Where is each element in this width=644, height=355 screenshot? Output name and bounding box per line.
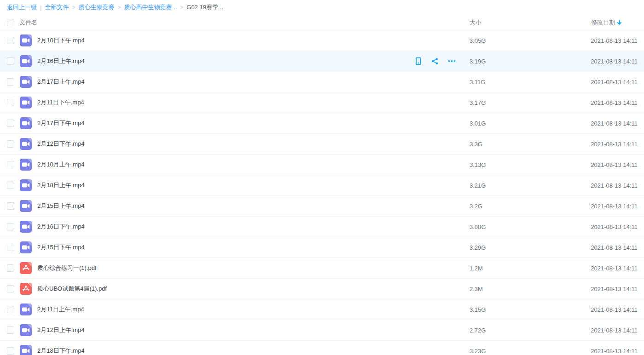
table-row[interactable]: 2月11日下午.mp4 3.17G 2021-08-13 14:11 [0, 92, 644, 113]
table-row[interactable]: 2月10日下午.mp4 3.05G 2021-08-13 14:11 [0, 30, 644, 51]
file-modified: 2021-08-13 14:11 [591, 182, 638, 189]
pdf-file-icon [20, 283, 32, 295]
file-name[interactable]: 2月18日下午.mp4 [37, 347, 85, 355]
video-file-icon [20, 324, 32, 336]
row-checkbox[interactable] [7, 140, 14, 148]
table-row[interactable]: 2月18日下午.mp4 3.23G 2021-08-13 14:11 [0, 341, 644, 355]
file-list: 2月10日下午.mp4 3.05G 2021-08-13 14:11 2月16日… [0, 30, 644, 355]
file-size: 3.08G [470, 223, 486, 230]
file-name[interactable]: 2月15日上午.mp4 [37, 202, 85, 210]
file-name[interactable]: 2月12日上午.mp4 [37, 326, 85, 334]
file-modified: 2021-08-13 14:11 [591, 79, 638, 86]
row-checkbox[interactable] [7, 306, 14, 313]
row-checkbox[interactable] [7, 161, 14, 168]
file-modified: 2021-08-13 14:11 [591, 327, 638, 334]
table-row[interactable]: 2月12日上午.mp4 2.72G 2021-08-13 14:11 [0, 320, 644, 341]
table-row[interactable]: 2月11日上午.mp4 3.15G 2021-08-13 14:11 [0, 299, 644, 320]
file-modified: 2021-08-13 14:11 [591, 265, 638, 272]
file-name[interactable]: 2月10月上午.mp4 [37, 160, 85, 169]
table-row[interactable]: 2月12日下午.mp4 3.3G 2021-08-13 14:11 [0, 134, 644, 155]
table-row[interactable]: 2月18日上午.mp4 3.21G 2021-08-13 14:11 [0, 175, 644, 196]
table-row[interactable]: 质心综合练习一(1).pdf 1.2M 2021-08-13 14:11 [0, 258, 644, 279]
file-name[interactable]: 质心综合练习一(1).pdf [37, 264, 97, 272]
table-row[interactable]: 2月17日上午.mp4 3.11G 2021-08-13 14:11 [0, 72, 644, 92]
select-all-checkbox[interactable] [7, 19, 14, 26]
row-checkbox[interactable] [7, 244, 14, 251]
file-modified: 2021-08-13 14:11 [591, 161, 638, 168]
video-file-icon [20, 138, 32, 150]
row-checkbox[interactable] [7, 37, 14, 44]
row-actions [414, 57, 456, 66]
file-size: 2.72G [470, 327, 486, 334]
column-header-size: 大小 [470, 18, 482, 27]
video-file-icon [20, 241, 32, 253]
video-file-icon [20, 76, 32, 88]
file-name[interactable]: 2月17日下午.mp4 [37, 119, 85, 127]
file-name[interactable]: 2月17日上午.mp4 [37, 78, 85, 86]
row-checkbox[interactable] [7, 326, 14, 334]
table-row[interactable]: 2月15日下午.mp4 3.29G 2021-08-13 14:11 [0, 237, 644, 258]
video-file-icon [20, 34, 32, 46]
back-to-parent-link[interactable]: 返回上一级 [7, 3, 37, 11]
file-size: 3.29G [470, 244, 486, 251]
file-size: 2.3M [470, 286, 483, 292]
file-name[interactable]: 2月15日下午.mp4 [37, 243, 85, 252]
file-modified: 2021-08-13 14:11 [591, 223, 638, 230]
more-actions-button[interactable] [447, 57, 456, 66]
breadcrumb-separator-icon: > [117, 4, 121, 11]
file-name[interactable]: 质心UBO试题第4届(1).pdf [37, 285, 107, 293]
file-modified: 2021-08-13 14:11 [591, 99, 638, 106]
column-header-name: 文件名 [19, 18, 37, 27]
row-checkbox[interactable] [7, 78, 14, 86]
file-name[interactable]: 2月16日上午.mp4 [37, 57, 85, 65]
video-file-icon [20, 159, 32, 171]
table-row[interactable]: 2月16日上午.mp4 [0, 51, 644, 72]
row-checkbox[interactable] [7, 223, 14, 230]
row-checkbox[interactable] [7, 202, 14, 210]
video-file-icon [20, 117, 32, 129]
row-checkbox[interactable] [7, 182, 14, 189]
table-row[interactable]: 2月10月上午.mp4 3.13G 2021-08-13 14:11 [0, 155, 644, 175]
breadcrumb: 返回上一级 | 全部文件 > 质心生物竞赛 > 质心高中生物竞赛... > G0… [0, 0, 644, 15]
file-name[interactable]: 2月10日下午.mp4 [37, 36, 85, 45]
row-checkbox[interactable] [7, 57, 14, 65]
file-size: 3.17G [470, 99, 486, 106]
file-name[interactable]: 2月16日下午.mp4 [37, 223, 85, 231]
row-checkbox[interactable] [7, 347, 14, 355]
table-row[interactable]: 2月17日下午.mp4 3.01G 2021-08-13 14:11 [0, 113, 644, 134]
table-row[interactable]: 2月16日下午.mp4 3.08G 2021-08-13 14:11 [0, 217, 644, 237]
breadcrumb-divider: | [40, 4, 41, 11]
row-checkbox[interactable] [7, 264, 14, 272]
device-icon [414, 57, 423, 65]
video-file-icon [20, 303, 32, 315]
file-manager: 返回上一级 | 全部文件 > 质心生物竞赛 > 质心高中生物竞赛... > G0… [0, 0, 644, 355]
send-to-device-button[interactable] [414, 57, 423, 66]
table-header: 文件名 大小 修改日期 [0, 15, 644, 30]
row-checkbox[interactable] [7, 120, 14, 127]
file-size: 3.15G [470, 306, 486, 313]
file-size: 3.13G [470, 161, 486, 168]
breadcrumb-separator-icon: > [180, 4, 183, 11]
breadcrumb-link-all-files[interactable]: 全部文件 [45, 3, 69, 11]
column-header-modified-sort[interactable]: 修改日期 [591, 18, 622, 27]
file-modified: 2021-08-13 14:11 [591, 306, 638, 313]
file-name[interactable]: 2月11日上午.mp4 [37, 305, 84, 314]
table-row[interactable]: 质心UBO试题第4届(1).pdf 2.3M 2021-08-13 14:11 [0, 279, 644, 299]
file-size: 3.11G [470, 79, 485, 86]
video-file-icon [20, 221, 32, 233]
file-size: 3.23G [470, 348, 486, 355]
file-name[interactable]: 2月18日上午.mp4 [37, 181, 85, 189]
file-modified: 2021-08-13 14:11 [591, 58, 638, 65]
breadcrumb-link-folder-2[interactable]: 质心高中生物竞赛... [124, 3, 177, 11]
file-size: 3.05G [470, 37, 486, 44]
share-button[interactable] [430, 57, 440, 66]
file-name[interactable]: 2月12日下午.mp4 [37, 140, 85, 148]
row-checkbox[interactable] [7, 285, 14, 292]
file-name[interactable]: 2月11日下午.mp4 [37, 98, 84, 107]
pdf-file-icon [20, 262, 32, 274]
table-row[interactable]: 2月15日上午.mp4 3.2G 2021-08-13 14:11 [0, 196, 644, 217]
breadcrumb-link-folder-1[interactable]: 质心生物竞赛 [78, 3, 114, 11]
row-checkbox[interactable] [7, 99, 14, 106]
file-modified: 2021-08-13 14:11 [591, 141, 638, 148]
file-size: 1.2M [470, 265, 483, 272]
